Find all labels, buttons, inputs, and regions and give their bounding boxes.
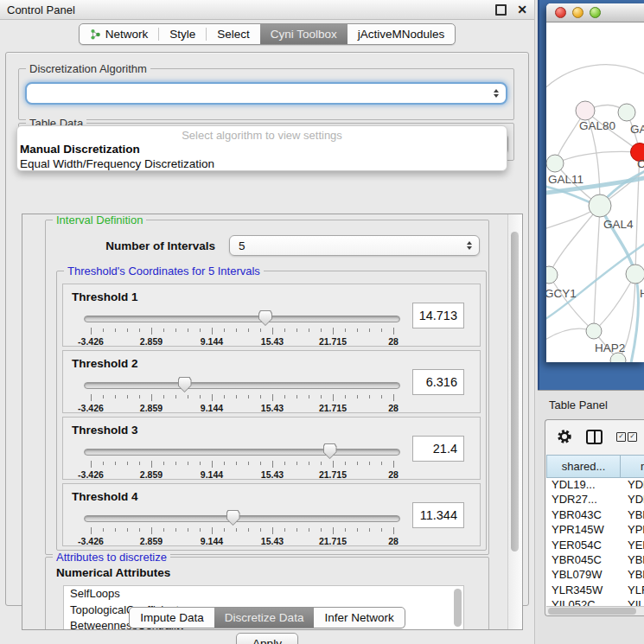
slider-ticks <box>84 461 400 469</box>
table-panel-title: Table Panel <box>549 399 608 411</box>
slider-thumb-face <box>179 378 191 392</box>
tick-mark <box>224 328 225 332</box>
table-hscrollbar[interactable] <box>546 606 644 615</box>
split-columns-icon[interactable] <box>586 430 603 444</box>
tick-mark <box>91 394 92 401</box>
settings-scrollbar-thumb[interactable] <box>511 232 519 552</box>
tab-impute-data[interactable]: Impute Data <box>130 608 214 628</box>
network-node[interactable] <box>586 323 602 339</box>
select-columns-icon[interactable]: ✓ ✓ <box>616 432 637 442</box>
tick-label: -3.426 <box>78 336 104 347</box>
tab-cyni-toolbox[interactable]: Cyni Toolbox <box>260 24 348 44</box>
network-node[interactable] <box>546 155 564 172</box>
table-row[interactable]: YPR145WYPR1 <box>546 523 644 538</box>
table-row[interactable]: YDL19...YDL1 <box>546 478 644 493</box>
slider-thumb[interactable] <box>323 443 337 459</box>
tab-style[interactable]: Style <box>159 24 206 44</box>
threshold-slider[interactable]: -3.4262.8599.14415.4321.71528 <box>84 309 400 347</box>
column-header[interactable]: shared... <box>546 455 621 478</box>
threshold-value-field[interactable]: 14.713 <box>412 303 464 328</box>
network-canvas[interactable]: GAL80GACGAL11GAL4GCY1HHAP2 <box>546 22 644 362</box>
tab-infer-network[interactable]: Infer Network <box>314 608 404 628</box>
tick-mark <box>369 395 370 399</box>
threshold-value-field[interactable]: 6.316 <box>412 369 464 395</box>
tab-jactivemnodules[interactable]: jActiveMNodules <box>348 24 456 44</box>
settings-scrollbar-track[interactable] <box>507 214 522 629</box>
threshold-value-field[interactable]: 21.4 <box>412 436 464 462</box>
dropdown-option[interactable]: Equal Width/Frequency Discretization <box>17 156 507 171</box>
network-edge[interactable] <box>594 206 600 331</box>
tick-mark <box>115 395 116 399</box>
table-row[interactable]: YLR345WYLR3 <box>546 583 644 598</box>
tick-mark <box>321 528 322 532</box>
cell-name: YPR1 <box>621 523 644 538</box>
threshold-slider[interactable]: -3.4262.8599.14415.4321.71528 <box>84 442 400 480</box>
tab-discretize-data[interactable]: Discretize Data <box>214 608 315 628</box>
tab-label: Network <box>105 28 149 41</box>
checkbox-icon: ✓ <box>628 432 637 442</box>
threshold-slider[interactable]: -3.4262.8599.14415.4321.71528 <box>84 375 400 413</box>
node-label: H <box>640 287 644 300</box>
tick-mark <box>127 528 128 532</box>
dropdown-option[interactable]: Manual Discretization <box>17 142 507 156</box>
network-edge[interactable] <box>549 275 594 331</box>
table-hscrollbar-thumb[interactable] <box>548 608 636 615</box>
threshold-value-field[interactable]: 11.344 <box>412 502 464 528</box>
table-row[interactable]: YBL079WYBL0 <box>546 568 644 583</box>
network-node[interactable] <box>618 104 635 121</box>
threshold-slider[interactable]: -3.4262.8599.14415.4321.71528 <box>84 508 400 546</box>
close-window-icon[interactable] <box>555 7 566 18</box>
algorithm-combo[interactable] <box>25 82 507 105</box>
table-row[interactable]: YDR27...YDR2 <box>546 493 644 507</box>
tab-select[interactable]: Select <box>207 24 260 44</box>
column-header[interactable]: n <box>621 455 644 478</box>
attribute-item[interactable]: SelfLoops <box>64 586 463 603</box>
interval-definition-title: Interval Definition <box>53 214 146 226</box>
slider-track[interactable] <box>84 515 400 522</box>
network-view-window: GAL80GACGAL11GAL4GCY1HHAP2 <box>546 3 644 362</box>
table-row[interactable]: YIL052CYIL0 <box>546 598 644 606</box>
threshold-label: Threshold 2 <box>72 357 138 370</box>
network-node[interactable] <box>576 101 595 120</box>
table-row[interactable]: YBR043CYBR0 <box>546 508 644 523</box>
table-row[interactable]: YER054CYER0 <box>546 539 644 553</box>
number-of-intervals-combo[interactable]: 5 <box>229 235 480 256</box>
tab-network[interactable]: Network <box>80 24 159 44</box>
threshold-panel: Threshold 2-3.4262.8599.14415.4321.71528… <box>62 350 481 413</box>
minimize-window-icon[interactable] <box>572 7 583 18</box>
network-window-titlebar <box>546 3 644 22</box>
slider-thumb[interactable] <box>258 310 272 326</box>
cell-name: YDR2 <box>621 493 644 507</box>
tick-mark <box>333 394 334 401</box>
tick-mark <box>175 528 176 532</box>
apply-button[interactable]: Apply <box>236 633 298 644</box>
zoom-window-icon[interactable] <box>590 7 601 18</box>
close-panel-icon[interactable]: ✕ <box>517 3 527 16</box>
network-node[interactable] <box>589 194 611 217</box>
slider-thumb[interactable] <box>226 510 240 526</box>
tick-mark <box>103 462 104 465</box>
network-node[interactable] <box>626 265 644 284</box>
network-node[interactable] <box>546 266 558 284</box>
tick-mark <box>115 462 116 465</box>
cell-name: YBL0 <box>621 568 644 583</box>
network-edge[interactable] <box>549 206 600 275</box>
network-edge[interactable] <box>594 274 635 331</box>
network-edge[interactable] <box>546 65 644 92</box>
slider-track[interactable] <box>84 449 400 456</box>
slider-track[interactable] <box>84 382 400 389</box>
tick-mark <box>321 462 322 465</box>
slider-thumb[interactable] <box>178 377 192 392</box>
table-row[interactable]: YBR045CYBR0 <box>546 553 644 568</box>
tick-mark <box>369 328 370 332</box>
float-panel-icon[interactable] <box>495 4 507 16</box>
tick-mark <box>212 328 213 335</box>
tick-mark <box>381 395 382 399</box>
network-edge[interactable] <box>635 152 640 274</box>
tick-label: 28 <box>388 536 399 546</box>
slider-track[interactable] <box>84 316 400 322</box>
gear-icon[interactable] <box>557 429 572 444</box>
tick-label: 21.715 <box>319 336 347 347</box>
tick-mark <box>103 395 104 399</box>
tick-mark <box>309 328 309 332</box>
